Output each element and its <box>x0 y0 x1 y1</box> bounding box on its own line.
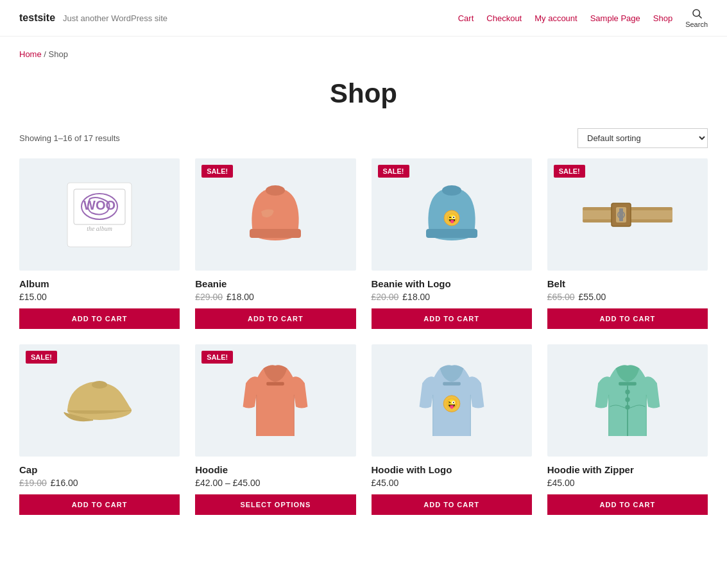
sale-badge: SALE! <box>26 351 57 364</box>
add-to-cart-button[interactable]: ADD TO CART <box>372 494 532 515</box>
add-to-cart-button[interactable]: ADD TO CART <box>547 308 708 329</box>
sale-badge: SALE! <box>378 165 409 178</box>
svg-point-0 <box>693 10 700 17</box>
add-to-cart-button[interactable]: ADD TO CART <box>19 308 180 329</box>
product-card-beanie-with-logo: SALE! 😜 Beanie with Logo £20.00£18.00 AD… <box>372 158 532 329</box>
product-price: £19.00£16.00 <box>19 478 180 488</box>
svg-point-11 <box>442 185 461 196</box>
add-to-cart-button[interactable]: ADD TO CART <box>195 308 355 329</box>
add-to-cart-button[interactable]: ADD TO CART <box>19 494 180 515</box>
product-price: £20.00£18.00 <box>372 292 532 302</box>
site-header: testsite Just another WordPress site Car… <box>0 0 727 37</box>
main-nav: Cart Checkout My account Sample Page Sho… <box>458 8 708 28</box>
product-card-cap: SALE! Cap £19.00£16.00 ADD TO CART <box>19 344 180 515</box>
breadcrumb-current: Shop <box>49 49 68 59</box>
svg-text:the album: the album <box>87 225 112 232</box>
nav-checkout[interactable]: Checkout <box>486 13 522 23</box>
product-price: £15.00 <box>19 292 180 302</box>
search-button[interactable]: Search <box>685 8 708 28</box>
svg-rect-25 <box>267 382 285 385</box>
svg-point-36 <box>625 397 629 401</box>
svg-rect-9 <box>250 229 301 238</box>
svg-point-35 <box>625 389 629 394</box>
page-title: Shop <box>0 65 727 128</box>
sale-badge: SALE! <box>201 351 233 364</box>
product-grid: WOO the album Album £15.00 ADD TO CART S… <box>0 158 727 541</box>
product-price: £65.00£55.00 <box>547 292 708 302</box>
product-image <box>547 344 708 457</box>
nav-cart[interactable]: Cart <box>458 13 474 23</box>
product-name: Cap <box>19 464 180 475</box>
nav-sample-page[interactable]: Sample Page <box>590 13 640 23</box>
header-left: testsite Just another WordPress site <box>19 12 167 24</box>
sale-badge: SALE! <box>201 165 233 178</box>
svg-line-1 <box>699 15 701 18</box>
svg-point-24 <box>92 381 107 389</box>
search-label: Search <box>685 21 708 28</box>
breadcrumb: Home / Shop <box>0 37 727 65</box>
svg-rect-28 <box>443 382 461 385</box>
product-price: £42.00 – £45.00 <box>195 478 355 488</box>
svg-text:😜: 😜 <box>446 213 458 224</box>
sale-badge: SALE! <box>554 165 585 178</box>
product-card-beanie: SALE! Beanie £29.00£18.00 ADD TO CART <box>195 158 355 329</box>
product-image-wrap: SALE! <box>547 158 708 271</box>
search-icon <box>691 8 703 19</box>
svg-rect-33 <box>619 382 637 385</box>
site-title: testsite <box>19 12 55 24</box>
price-range: £42.00 – £45.00 <box>195 478 260 488</box>
price-original: £29.00 <box>195 292 223 302</box>
nav-shop[interactable]: Shop <box>653 13 672 23</box>
product-name: Beanie <box>195 278 355 289</box>
product-image-wrap: WOO the album <box>19 158 180 271</box>
svg-text:WOO: WOO <box>83 198 115 212</box>
svg-point-8 <box>266 185 285 196</box>
shop-toolbar: Showing 1–16 of 17 results Default sorti… <box>0 128 727 158</box>
product-card-hoodie: SALE! Hoodie £42.00 – £45.00 SELECT OPTI… <box>195 344 355 515</box>
price-sale: £18.00 <box>402 292 430 302</box>
price-original: £20.00 <box>372 292 399 302</box>
product-image-wrap: 😜 <box>372 344 532 457</box>
product-price: £45.00 <box>547 478 708 488</box>
product-card-album: WOO the album Album £15.00 ADD TO CART <box>19 158 180 329</box>
results-count: Showing 1–16 of 17 results <box>19 133 120 143</box>
price-sale: £18.00 <box>227 292 254 302</box>
price-single: £45.00 <box>547 478 575 488</box>
product-card-hoodie-with-logo: 😜 Hoodie with Logo £45.00 ADD TO CART <box>372 344 532 515</box>
svg-point-37 <box>625 405 629 409</box>
product-image: 😜 <box>372 344 532 457</box>
price-sale: £55.00 <box>579 292 606 302</box>
breadcrumb-home[interactable]: Home <box>19 49 42 59</box>
product-image-wrap: SALE! <box>19 344 180 457</box>
svg-point-22 <box>620 214 622 216</box>
add-to-cart-button[interactable]: ADD TO CART <box>372 308 532 329</box>
price-single: £15.00 <box>19 292 47 302</box>
product-name: Hoodie <box>195 464 355 475</box>
product-price: £29.00£18.00 <box>195 292 355 302</box>
product-card-belt: SALE! Belt £65.00£55.00 ADD TO CART <box>547 158 708 329</box>
product-image-wrap: SALE! <box>195 158 355 271</box>
site-tagline: Just another WordPress site <box>63 13 167 23</box>
product-card-hoodie-with-zipper: Hoodie with Zipper £45.00 ADD TO CART <box>547 344 708 515</box>
price-single: £45.00 <box>372 478 399 488</box>
svg-text:😜: 😜 <box>446 398 458 409</box>
nav-my-account[interactable]: My account <box>535 13 577 23</box>
product-name: Hoodie with Logo <box>372 464 532 475</box>
product-name: Belt <box>547 278 708 289</box>
svg-rect-12 <box>426 229 477 238</box>
product-name: Hoodie with Zipper <box>547 464 708 475</box>
product-image-wrap: SALE! 😜 <box>372 158 532 271</box>
product-image-wrap <box>547 344 708 457</box>
price-sale: £16.00 <box>51 478 78 488</box>
product-name: Album <box>19 278 180 289</box>
select-options-button[interactable]: SELECT OPTIONS <box>195 494 355 515</box>
sort-select[interactable]: Default sorting Sort by popularity Sort … <box>577 128 708 148</box>
product-price: £45.00 <box>372 478 532 488</box>
price-original: £65.00 <box>547 292 575 302</box>
product-image-wrap: SALE! <box>195 344 355 457</box>
breadcrumb-separator: / <box>44 49 48 59</box>
product-name: Beanie with Logo <box>372 278 532 289</box>
price-original: £19.00 <box>19 478 47 488</box>
product-image: WOO the album <box>19 158 180 271</box>
add-to-cart-button[interactable]: ADD TO CART <box>547 494 708 515</box>
